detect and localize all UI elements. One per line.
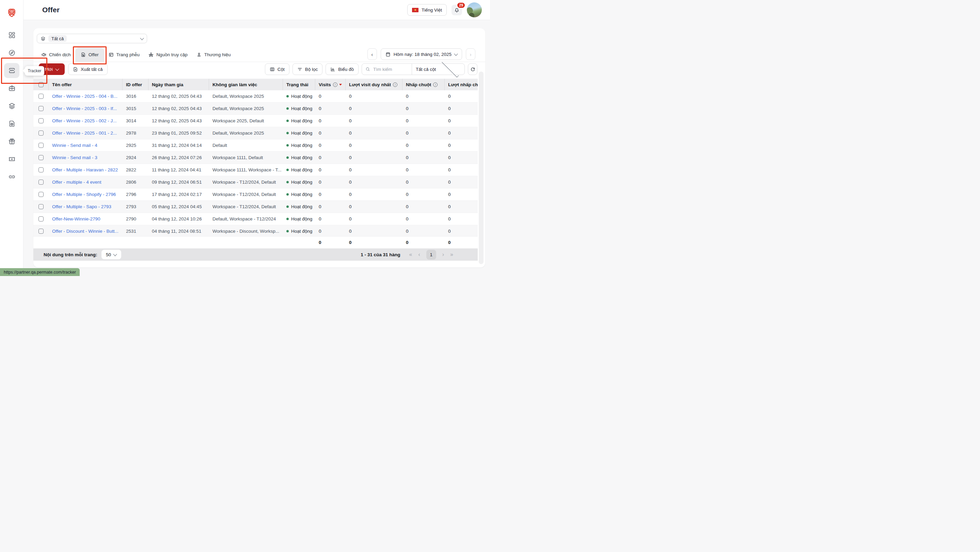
row-checkbox[interactable] [33,180,49,185]
checkbox-icon [38,82,44,87]
language-button[interactable]: ★ Tiếng Việt [407,4,447,16]
row-checkbox[interactable] [33,155,49,160]
next-page-button[interactable]: › [442,252,444,257]
date-next-button[interactable]: › [466,48,476,60]
tab-funnel-page[interactable]: Trang phễu [104,48,145,62]
sidebar-item-tracker[interactable] [4,63,19,78]
unique-visits-cell: 0 [345,131,402,136]
status-dot-icon [286,169,289,171]
offer-name-link[interactable]: Offer - Winnie - 2025 - 004 - B... [52,94,118,99]
columns-button[interactable]: Cột [265,63,290,75]
export-all-button[interactable]: Xuất tất cả [68,63,108,75]
search-input[interactable] [372,67,408,72]
row-checkbox[interactable] [33,204,49,209]
tracker-tooltip: Tracker [25,66,44,76]
select-all-checkbox[interactable] [33,79,49,90]
row-checkbox[interactable] [33,216,49,222]
sidebar-item-rewards[interactable] [4,134,19,149]
user-avatar[interactable] [467,2,482,18]
sidebar-item-layers[interactable] [4,99,19,113]
row-checkbox[interactable] [33,118,49,123]
search-scope-select[interactable]: Tất cả cột [412,64,465,75]
visits-cell: 0 [315,192,345,197]
row-checkbox[interactable] [33,106,49,111]
offer-name-link[interactable]: Offer - Multiple - Shopify - 2796 [52,192,116,197]
date-prev-button[interactable]: ‹ [368,48,377,60]
row-checkbox[interactable] [33,143,49,148]
invoice-icon [8,120,16,128]
info-icon[interactable] [393,83,398,87]
offer-name-link[interactable]: Winnie - Send mail - 3 [52,155,97,160]
refresh-icon [470,67,476,72]
offer-name-link[interactable]: Offer - Discount - Winnie - Butt... [52,229,118,234]
unique-clicks-cell: 0 [445,118,478,123]
offer-name-link[interactable]: Offer - Winnie - 2025 - 002 - J... [52,118,117,123]
checkbox-icon [38,118,44,123]
visits-cell: 0 [315,118,345,123]
app-logo-icon[interactable] [7,8,17,18]
unique-clicks-cell: 0 [445,204,478,209]
offer-name-link[interactable]: Offer - Multiple - Haravan - 2822 [52,167,118,172]
filter-button[interactable]: Bộ lọc [293,63,323,75]
info-icon[interactable] [333,83,337,87]
refresh-button[interactable] [468,63,477,75]
tab-offer[interactable]: Offer [75,48,104,62]
row-checkbox[interactable] [33,229,49,234]
offer-name-link[interactable]: Offer - Winnie - 2025 - 001 - 2... [52,131,117,136]
checkbox-icon [38,106,44,111]
total-unique-clicks: 0 [445,240,478,245]
tab-traffic-source[interactable]: Nguồn truy cập [144,48,192,62]
checkbox-icon [38,204,44,209]
offer-name-link[interactable]: Winnie - Send mail - 4 [52,143,97,148]
info-icon[interactable] [433,83,438,87]
unique-clicks-cell: 0 [445,180,478,185]
offer-name-link[interactable]: Offer - multiple - 4 event [52,180,102,185]
row-checkbox[interactable] [33,94,49,99]
status-cell: Hoạt động [283,131,315,136]
date-range-button[interactable]: Hôm nay: 18 tháng 02, 2025 [381,48,462,60]
current-page-button[interactable]: 1 [426,250,436,260]
workspace-cell: Default, Workspace 2025 [209,131,283,136]
sidebar-item-dashboard[interactable] [4,27,19,43]
briefcase-icon [8,85,16,92]
sidebar-item-explore[interactable] [4,45,19,60]
vertical-scrollbar[interactable] [479,72,484,264]
tab-brand[interactable]: Thương hiệu [192,48,235,62]
status-dot-icon [286,95,289,97]
search-box [362,64,412,75]
sort-desc-icon[interactable] [339,84,342,86]
checkbox-icon [38,216,44,222]
scope-filter-dropdown[interactable]: Tất cả [37,34,147,43]
first-page-button[interactable]: « [409,252,412,257]
chart-button[interactable]: Biểu đồ [326,63,359,75]
megaphone-icon [41,52,46,57]
offer-name-link[interactable]: Offer - Winnie - 2025 - 003 - If... [52,106,117,111]
pager: « ‹ 1 › » [409,250,453,260]
language-label: Tiếng Việt [422,8,442,13]
checkbox-icon [38,94,44,99]
joined-date-cell: 26 tháng 12, 2024 07:26 [148,155,209,160]
content-card: Tất cả Chiến dịch Offer Trang phễu Nguồn… [33,28,485,268]
offer-name-link[interactable]: Offer-New-Winnie-2790 [52,216,100,222]
last-page-button[interactable]: » [450,252,453,257]
offer-name-link[interactable]: Offer - Multiple - Sapo - 2793 [52,204,111,209]
row-checkbox[interactable] [33,131,49,136]
unique-visits-cell: 0 [345,155,402,160]
tab-campaign[interactable]: Chiến dịch [37,48,75,62]
sidebar-item-workspace[interactable] [4,81,19,96]
prev-page-button[interactable]: ‹ [418,252,420,257]
link-icon [8,173,16,180]
offer-id-cell: 3016 [123,94,148,99]
sidebar-item-links[interactable] [4,169,19,184]
row-checkbox[interactable] [33,167,49,172]
sidebar-item-billing[interactable] [4,116,19,131]
gift-icon [8,138,16,145]
status-dot-icon [286,107,289,110]
unique-visits-cell: 0 [345,204,402,209]
sidebar-item-coupons[interactable] [4,152,19,167]
per-page-select[interactable]: 50 [102,250,121,259]
status-cell: Hoạt động [283,118,315,123]
unique-visits-cell: 0 [345,94,402,99]
per-page-value: 50 [106,252,111,257]
row-checkbox[interactable] [33,192,49,197]
